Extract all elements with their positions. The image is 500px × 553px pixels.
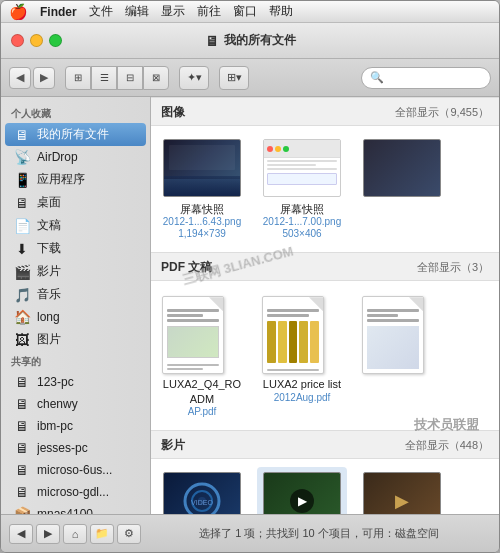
file-item-video1[interactable]: VIDEO [www.huohu.cc]灵 魂战车2...字.rmvb — [157, 467, 247, 514]
minimize-button[interactable] — [30, 34, 43, 47]
back-button[interactable]: ◀ — [9, 67, 31, 89]
sidebar-item-downloads[interactable]: ⬇ 下载 — [5, 237, 146, 260]
search-icon: 🔍 — [370, 71, 384, 84]
all-files-icon: 🖥 — [13, 127, 31, 143]
forward-button[interactable]: ▶ — [33, 67, 55, 89]
pdf-grid: LUXA2_Q4_ROADM AP.pdf — [151, 281, 499, 430]
view-coverflow-button[interactable]: ⊠ — [143, 66, 169, 90]
screenshot2-subname: 2012-1...7.00.png — [263, 216, 341, 228]
sidebar-item-docs[interactable]: 📄 文稿 — [5, 214, 146, 237]
statusbar-back-icon[interactable]: ◀ — [9, 524, 33, 544]
sidebar-item-pictures[interactable]: 🖼 图片 — [5, 328, 146, 351]
video3-thumbnail: ▶ — [362, 471, 442, 514]
images-grid: 屏幕快照 2012-1...6.43.png 1,194×739 — [151, 126, 499, 252]
apps-label: 应用程序 — [37, 171, 85, 188]
statusbar-text: 选择了 1 项；共找到 10 个项目，可用：磁盘空间 — [147, 526, 491, 541]
movies-grid: VIDEO [www.huohu.cc]灵 魂战车2...字.rmvb — [151, 459, 499, 514]
123pc-icon: 🖥 — [13, 374, 31, 390]
pictures-label: 图片 — [37, 331, 61, 348]
mnas4100-label: mnas4100 — [37, 507, 93, 514]
file-item-screenshot3[interactable] — [357, 134, 447, 244]
nav-buttons: ◀ ▶ — [9, 67, 55, 89]
menu-edit[interactable]: 编辑 — [125, 3, 149, 20]
long-label: long — [37, 310, 60, 324]
screenshot2-thumbnail — [262, 138, 342, 198]
sidebar-item-123pc[interactable]: 🖥 123-pc — [5, 371, 146, 393]
file-item-video3[interactable]: ▶ — [357, 467, 447, 514]
toolbar: ◀ ▶ ⊞ ☰ ⊟ ⊠ ✦▾ ⊞▾ 🔍 — [1, 59, 499, 97]
pdf-section-count[interactable]: 全部显示（3） — [417, 260, 489, 275]
sidebar-item-jessespc[interactable]: 🖥 jesses-pc — [5, 437, 146, 459]
ibmpc-icon: 🖥 — [13, 418, 31, 434]
menu-go[interactable]: 前往 — [197, 3, 221, 20]
apple-menu[interactable]: 🍎 — [9, 3, 28, 21]
sidebar-item-long[interactable]: 🏠 long — [5, 306, 146, 328]
menu-view[interactable]: 显示 — [161, 3, 185, 20]
apps-icon: 📱 — [13, 172, 31, 188]
desktop-label: 桌面 — [37, 194, 61, 211]
sidebar-item-mnas4100[interactable]: 📦 mnas4100 — [5, 503, 146, 514]
sidebar-item-airdrop[interactable]: 📡 AirDrop — [5, 146, 146, 168]
mnas4100-icon: 📦 — [13, 506, 31, 514]
sidebar-item-music[interactable]: 🎵 音乐 — [5, 283, 146, 306]
view-icon-button[interactable]: ⊞ — [65, 66, 91, 90]
sidebar-item-all-files[interactable]: 🖥 我的所有文件 — [5, 123, 146, 146]
sort-button[interactable]: ⊞▾ — [219, 66, 249, 90]
view-column-button[interactable]: ⊟ — [117, 66, 143, 90]
pdf2-thumbnail — [262, 293, 342, 373]
statusbar-folder-icon[interactable]: 📁 — [90, 524, 114, 544]
window-title: 🖥 我的所有文件 — [205, 32, 296, 49]
menu-finder[interactable]: Finder — [40, 5, 77, 19]
chenwy-label: chenwy — [37, 397, 78, 411]
titlebar-text: 我的所有文件 — [224, 32, 296, 49]
file-item-screenshot2[interactable]: 屏幕快照 2012-1...7.00.png 503×406 — [257, 134, 347, 244]
sidebar-item-microso6us[interactable]: 🖥 microso-6us... — [5, 459, 146, 481]
movies-section-title: 影片 — [161, 437, 185, 454]
sidebar-item-chenwy[interactable]: 🖥 chenwy — [5, 393, 146, 415]
file-item-screenshot1[interactable]: 屏幕快照 2012-1...6.43.png 1,194×739 — [157, 134, 247, 244]
airdrop-label: AirDrop — [37, 150, 78, 164]
sidebar-item-microsogdl[interactable]: 🖥 microso-gdl... — [5, 481, 146, 503]
statusbar-home-icon[interactable]: ⌂ — [63, 524, 87, 544]
file-item-pdf3[interactable] — [357, 289, 447, 422]
file-item-pdf1[interactable]: LUXA2_Q4_ROADM AP.pdf — [157, 289, 247, 422]
main-area: 个人收藏 🖥 我的所有文件 📡 AirDrop 📱 应用程序 🖥 桌面 📄 文稿 — [1, 97, 499, 514]
screenshot3-thumbnail — [362, 138, 442, 198]
view-list-button[interactable]: ☰ — [91, 66, 117, 90]
screenshot1-name: 屏幕快照 — [180, 202, 224, 216]
menubar: 🍎 Finder 文件 编辑 显示 前往 窗口 帮助 — [1, 1, 499, 23]
images-section-count[interactable]: 全部显示（9,455） — [395, 105, 489, 120]
ibmpc-label: ibm-pc — [37, 419, 73, 433]
screenshot2-size: 503×406 — [282, 228, 321, 240]
statusbar-forward-icon[interactable]: ▶ — [36, 524, 60, 544]
search-box[interactable]: 🔍 — [361, 67, 491, 89]
menu-window[interactable]: 窗口 — [233, 3, 257, 20]
pdf2-name: LUXA2 price list — [263, 377, 341, 391]
sidebar-item-apps[interactable]: 📱 应用程序 — [5, 168, 146, 191]
maximize-button[interactable] — [49, 34, 62, 47]
finder-icon: 🖥 — [205, 33, 219, 49]
action-button[interactable]: ✦▾ — [179, 66, 209, 90]
menu-help[interactable]: 帮助 — [269, 3, 293, 20]
microsogdl-label: microso-gdl... — [37, 485, 109, 499]
file-item-video2[interactable]: ▶ 00:42 IMG_1715.MOV — [257, 467, 347, 514]
123pc-label: 123-pc — [37, 375, 74, 389]
screenshot1-thumbnail — [162, 138, 242, 198]
close-button[interactable] — [11, 34, 24, 47]
statusbar-settings-icon[interactable]: ⚙ — [117, 524, 141, 544]
file-item-pdf2[interactable]: LUXA2 price list 2012Aug.pdf — [257, 289, 347, 422]
screenshot1-size: 1,194×739 — [178, 228, 226, 240]
movies-section-count[interactable]: 全部显示（448） — [405, 438, 489, 453]
sidebar-item-ibmpc[interactable]: 🖥 ibm-pc — [5, 415, 146, 437]
pictures-icon: 🖼 — [13, 332, 31, 348]
svg-text:VIDEO: VIDEO — [191, 499, 213, 506]
finder-window: 🍎 Finder 文件 编辑 显示 前往 窗口 帮助 🖥 我的所有文件 ◀ ▶ … — [0, 0, 500, 553]
titlebar: 🖥 我的所有文件 — [1, 23, 499, 59]
docs-label: 文稿 — [37, 217, 61, 234]
jessespc-label: jesses-pc — [37, 441, 88, 455]
menu-file[interactable]: 文件 — [89, 3, 113, 20]
sidebar-item-desktop[interactable]: 🖥 桌面 — [5, 191, 146, 214]
sidebar-item-movies[interactable]: 🎬 影片 — [5, 260, 146, 283]
content-area: 图像 全部显示（9,455） 屏幕快照 2012-1...6.43.pn — [151, 97, 499, 514]
view-buttons: ⊞ ☰ ⊟ ⊠ — [65, 66, 169, 90]
